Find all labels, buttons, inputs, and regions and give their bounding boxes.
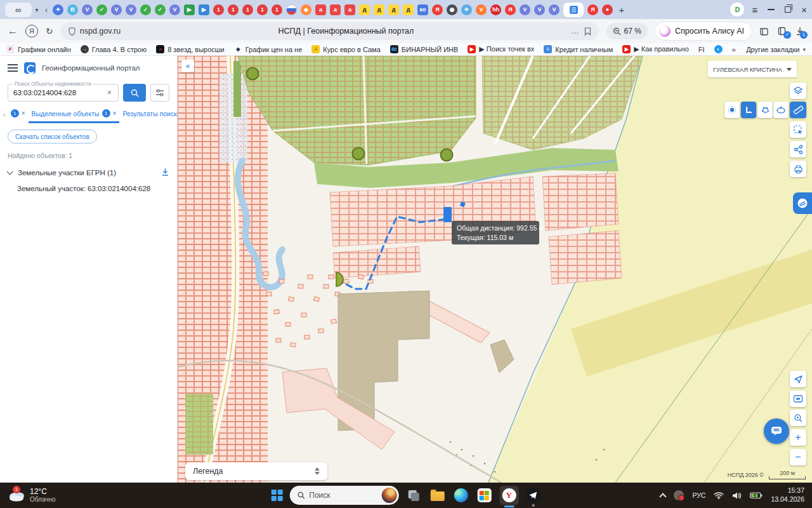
search-filters-button[interactable] <box>150 84 169 102</box>
browser-tab-favicon[interactable]: 1 <box>257 4 268 15</box>
print-button[interactable] <box>790 161 806 177</box>
selected-parcel[interactable] <box>443 207 452 222</box>
start-button[interactable] <box>272 490 283 501</box>
browser-tab-favicon[interactable]: hh <box>490 4 501 15</box>
tab-scroll-left-icon[interactable]: ‹ <box>42 5 51 15</box>
browser-tab-favicon[interactable]: V <box>126 4 136 15</box>
browser-tab-favicon[interactable]: 1 <box>272 4 282 15</box>
volume-icon[interactable] <box>732 491 742 500</box>
map-marker-green-3[interactable] <box>441 149 453 161</box>
zoom-out-button[interactable]: − <box>790 449 806 465</box>
layers-button[interactable] <box>790 83 806 99</box>
window-restore-button[interactable] <box>785 6 791 13</box>
browser-tab-favicon[interactable]: V <box>534 4 545 15</box>
select-area-button[interactable] <box>790 121 806 138</box>
browser-tab-favicon[interactable]: ● <box>602 4 613 15</box>
tab-selected-objects-close-icon[interactable]: × <box>113 110 117 117</box>
parcel-result-item[interactable]: Земельный участок: 63:03:0214004:628 <box>17 185 169 192</box>
yandex-home-button[interactable]: Я <box>25 25 38 37</box>
browser-tab-favicon[interactable]: 1 <box>242 4 253 15</box>
map-canvas[interactable]: Общая дистанция: 992.55 м Текущая: 115.0… <box>178 56 812 483</box>
browser-tab-favicon[interactable]: 1 <box>228 4 239 15</box>
browser-tab-favicon[interactable]: д <box>359 4 370 15</box>
bookmark-item[interactable]: FГрафики онлайн <box>6 45 71 53</box>
tab-dropdown-caret[interactable]: ▾ <box>32 6 42 13</box>
search-input[interactable] <box>13 89 106 97</box>
browser-tab-favicon[interactable]: ✦ <box>53 4 63 15</box>
measure-polygon-button[interactable] <box>757 102 773 118</box>
battery-icon[interactable] <box>750 491 763 499</box>
search-on-map-button[interactable] <box>790 410 806 426</box>
browser-tab-favicon[interactable]: B <box>67 4 78 15</box>
browser-tab-favicon[interactable]: ◆ <box>301 4 311 15</box>
browser-tab-favicon[interactable]: V <box>82 4 93 15</box>
egrn-group-row[interactable]: Земельные участки ЕГРН (1) <box>8 168 169 178</box>
browser-tab-favicon[interactable]: д <box>374 4 384 15</box>
tabs-scroll-left-icon[interactable]: ‹ <box>1 110 8 122</box>
yandex-browser-taskbar-button[interactable]: Y <box>499 486 518 505</box>
bookmark-flag-icon[interactable] <box>584 27 591 36</box>
tray-overflow-chevron[interactable] <box>660 493 667 500</box>
panel-toggle-flag-button[interactable] <box>793 192 812 214</box>
sidebar-menu-icon[interactable] <box>8 64 18 72</box>
browser-tab-favicon[interactable]: V <box>476 4 487 15</box>
bookmark-item[interactable]: ≡Кредит наличным <box>544 45 613 53</box>
browser-tab-favicon[interactable]: a <box>344 4 355 15</box>
url-more-icon[interactable]: … <box>572 27 580 36</box>
side-panels-button[interactable] <box>759 27 770 36</box>
bookmark-item[interactable]: ◆График цен на не <box>234 45 303 53</box>
tab-selected-objects[interactable]: Выделенные объекты 1 × <box>29 109 120 123</box>
clear-search-icon[interactable]: × <box>106 88 113 97</box>
ask-alice-button[interactable]: Спросить Алису AI <box>655 22 752 40</box>
measure-length-button[interactable] <box>741 102 756 118</box>
bookmark-item[interactable]: →Глава 4. В строю <box>81 45 147 53</box>
browser-tab-favicon[interactable]: ✈ <box>461 4 472 15</box>
measure-point-button[interactable] <box>724 102 740 118</box>
downloads-button[interactable]: 1 <box>796 27 804 36</box>
bookmarks-overflow-button[interactable]: » <box>732 46 736 53</box>
bookmark-item[interactable]: ВtБИНАРНЫЙ ИНВ <box>390 45 459 53</box>
new-tab-button[interactable]: + <box>615 3 629 17</box>
browser-tab-favicon[interactable] <box>286 4 297 15</box>
zoom-in-button[interactable]: + <box>790 429 806 446</box>
browser-tab-favicon[interactable]: ✓ <box>96 4 107 15</box>
legend-bar[interactable]: Легенда <box>185 462 327 480</box>
browser-tab-favicon[interactable]: V <box>169 4 180 15</box>
browser-tab-favicon[interactable]: д <box>403 4 414 15</box>
bookmark-item[interactable]: ▶▶ Как правильно <box>622 45 688 53</box>
pinned-tab[interactable]: ∞ <box>5 3 32 17</box>
other-bookmarks-button[interactable]: Другие закладки▾ <box>746 46 806 53</box>
measure-ruler-button[interactable] <box>790 102 806 118</box>
share-button[interactable] <box>790 141 806 157</box>
weather-widget[interactable]: 1 12°C Облачно <box>8 487 56 504</box>
address-bar[interactable]: nspd.gov.ru НСПД | Геоинформационный пор… <box>61 22 599 40</box>
hidden-tab-close-icon[interactable]: × <box>22 110 25 117</box>
browser-tab-favicon[interactable]: V <box>111 4 122 15</box>
bookmark-item[interactable]: ▪8 звезд, выросши <box>156 45 225 53</box>
store-button[interactable] <box>476 487 492 504</box>
browser-tab-favicon[interactable]: a <box>330 4 341 15</box>
telegram-button[interactable] <box>525 488 540 503</box>
active-tab-nspd[interactable] <box>563 3 584 17</box>
window-close-button[interactable]: × <box>801 5 807 15</box>
bookmark-item[interactable]: ◗ <box>714 45 723 53</box>
browser-menu-icon[interactable]: ≡ <box>752 4 757 15</box>
taskbar-search[interactable]: Поиск <box>289 486 398 505</box>
browser-tab-favicon[interactable]: д <box>388 4 399 15</box>
bookmark-item[interactable]: FI <box>698 46 705 53</box>
group-expand-chevron-icon[interactable] <box>7 169 13 175</box>
browser-tab-favicon[interactable]: ко <box>417 4 428 15</box>
dino-extension-icon[interactable]: D <box>730 3 744 17</box>
reload-button[interactable]: ↻ <box>46 26 53 36</box>
tab-search-results[interactable]: Результаты поиска 1 × <box>119 109 178 123</box>
tab-hidden-partial[interactable]: 1 × <box>8 109 29 123</box>
map-marker-green-2[interactable] <box>353 148 365 160</box>
collections-button[interactable]: ✓ <box>778 27 788 36</box>
window-minimize-button[interactable] <box>768 9 775 10</box>
group-download-button[interactable] <box>161 168 169 178</box>
browser-tab-favicon[interactable]: ✓ <box>155 4 166 15</box>
edge-button[interactable] <box>452 487 469 504</box>
wifi-icon[interactable] <box>714 491 724 499</box>
browser-tab-favicon[interactable]: Я <box>505 4 516 15</box>
file-explorer-button[interactable] <box>429 487 445 504</box>
